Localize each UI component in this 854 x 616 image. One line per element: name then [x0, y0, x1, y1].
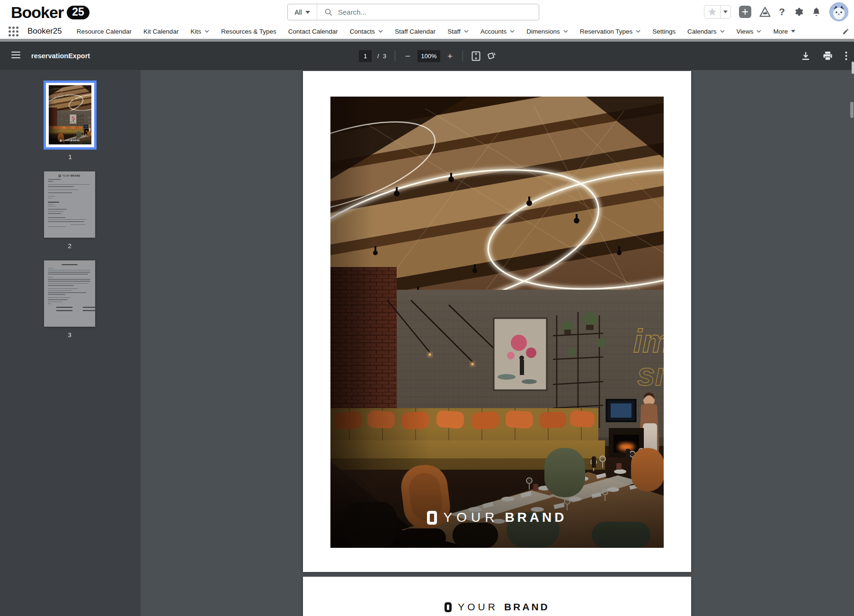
setup-gear-icon[interactable]: [793, 7, 803, 17]
thumbnail-page-number: 1: [44, 153, 97, 161]
brand-square-icon: [427, 511, 437, 525]
logo-text: Booker: [11, 3, 63, 22]
thumbnail-sidebar: YOUR BRAND 1 YOUR BRAND: [0, 70, 141, 616]
app-nav-bar: Booker25 Resource Calendar Kit Calendar …: [0, 24, 854, 39]
chevron-down-icon: [636, 30, 640, 33]
logo-badge: 25: [67, 6, 89, 19]
thumbnail-brand-logo: YOUR BRAND: [48, 174, 91, 177]
thumbnail-brand-logo: YOUR BRAND: [46, 139, 94, 142]
guidance-icon[interactable]: [759, 7, 771, 17]
nav-tab-staff-calendar[interactable]: Staff Calendar: [395, 28, 436, 35]
thumbnail-page-number: 2: [44, 242, 95, 250]
pdf-toolbar: reservationExport 1 / 3 − 100% +: [0, 42, 854, 70]
nav-tab-kits[interactable]: Kits: [190, 28, 209, 35]
toolbar-divider: [395, 51, 395, 61]
brand-logo: YOUR BRAND: [330, 510, 664, 525]
nav-tab-settings[interactable]: Settings: [652, 28, 676, 35]
thumbnail-page-1[interactable]: YOUR BRAND: [44, 80, 97, 150]
nav-tab-contacts[interactable]: Contacts: [350, 28, 383, 35]
page-separator: /: [377, 53, 379, 60]
more-options-kebab-icon[interactable]: [845, 51, 847, 61]
global-search[interactable]: All: [287, 4, 539, 20]
document-title: reservationExport: [31, 52, 90, 60]
fit-to-page-icon[interactable]: [471, 51, 480, 61]
search-scope-dropdown[interactable]: All: [288, 4, 317, 20]
nav-tab-resource-calendar[interactable]: Resource Calendar: [77, 28, 132, 35]
global-header: Booker 25 All: [0, 0, 854, 24]
edit-nav-pencil-icon[interactable]: [842, 28, 849, 35]
zoom-in-button[interactable]: +: [446, 52, 454, 61]
nav-tab-accounts[interactable]: Accounts: [480, 28, 515, 35]
nav-tab-contact-calendar[interactable]: Contact Calendar: [288, 28, 338, 35]
document-page-1: YOUR BRAND: [303, 71, 691, 572]
nav-tab-dimensions[interactable]: Dimensions: [526, 28, 568, 35]
sidebar-toggle-menu-icon[interactable]: [11, 52, 20, 60]
signature-lines: [56, 307, 91, 313]
nav-tab-calendars[interactable]: Calendars: [687, 28, 725, 35]
toolbar-divider: [463, 51, 463, 61]
brand-square-icon: [60, 140, 62, 142]
zoom-out-button[interactable]: −: [404, 52, 412, 61]
chevron-down-icon: [563, 30, 568, 33]
brand-word-2: BRAND: [504, 601, 550, 613]
brand-word-1: YOUR: [443, 510, 498, 525]
search-scope-label: All: [294, 9, 302, 16]
nav-tab-reservation-types[interactable]: Reservation Types: [580, 28, 641, 35]
restaurant-photo: YOUR BRAND: [330, 97, 664, 548]
chevron-down-icon: [756, 30, 761, 33]
nav-tab-resources-types[interactable]: Resources & Types: [221, 28, 276, 35]
rotate-page-icon[interactable]: [486, 51, 496, 61]
application-window: Booker 25 All: [0, 0, 854, 616]
favorite-star-icon[interactable]: [704, 6, 720, 18]
document-page-2: YOUR BRAND: [303, 577, 691, 616]
global-actions-plus-icon[interactable]: [739, 6, 751, 18]
thumbnail-page-number: 3: [44, 331, 95, 339]
nav-tabs: Resource Calendar Kit Calendar Kits Reso…: [77, 28, 854, 35]
page-number-input[interactable]: 1: [359, 50, 372, 62]
pdf-viewer-area: YOUR BRAND 1 YOUR BRAND: [0, 70, 854, 616]
app-name: Booker25: [27, 27, 62, 36]
nav-tab-views[interactable]: Views: [737, 28, 762, 35]
chevron-down-icon: [464, 30, 469, 33]
brand-word-2: BRAND: [505, 510, 567, 525]
chevron-down-icon: [378, 30, 383, 33]
search-icon: [325, 9, 332, 16]
search-input[interactable]: [337, 8, 517, 17]
brand-logo: YOUR BRAND: [303, 601, 691, 613]
user-avatar[interactable]: [829, 2, 848, 21]
brand-square-icon: [445, 602, 452, 612]
page-total: 3: [383, 53, 386, 60]
dropdown-triangle-icon: [305, 11, 310, 14]
favorites-control[interactable]: [704, 5, 731, 18]
nav-tab-more[interactable]: More: [773, 28, 795, 35]
booker25-logo: Booker 25: [11, 3, 89, 22]
chevron-down-icon: [720, 30, 725, 33]
brand-word-1: YOUR: [458, 601, 498, 613]
browser-scrollbar-thumb[interactable]: [852, 62, 854, 74]
nav-tab-staff[interactable]: Staff: [447, 28, 469, 35]
triangle-down-icon: [791, 30, 795, 33]
thumbnail-page-3[interactable]: [44, 260, 95, 327]
viewer-scrollbar-thumb[interactable]: [850, 102, 854, 118]
chevron-down-icon: [510, 30, 515, 33]
favorites-dropdown[interactable]: [720, 6, 730, 18]
notifications-bell-icon[interactable]: [811, 7, 821, 17]
nav-tab-kit-calendar[interactable]: Kit Calendar: [143, 28, 178, 35]
print-icon[interactable]: [823, 51, 833, 61]
app-launcher-waffle-icon[interactable]: [9, 27, 18, 36]
download-icon[interactable]: [801, 51, 810, 61]
thumbnail-page-2[interactable]: YOUR BRAND: [44, 171, 95, 238]
chevron-down-icon: [205, 30, 209, 33]
help-icon[interactable]: ?: [779, 6, 785, 18]
zoom-level-input[interactable]: 100%: [418, 50, 440, 62]
